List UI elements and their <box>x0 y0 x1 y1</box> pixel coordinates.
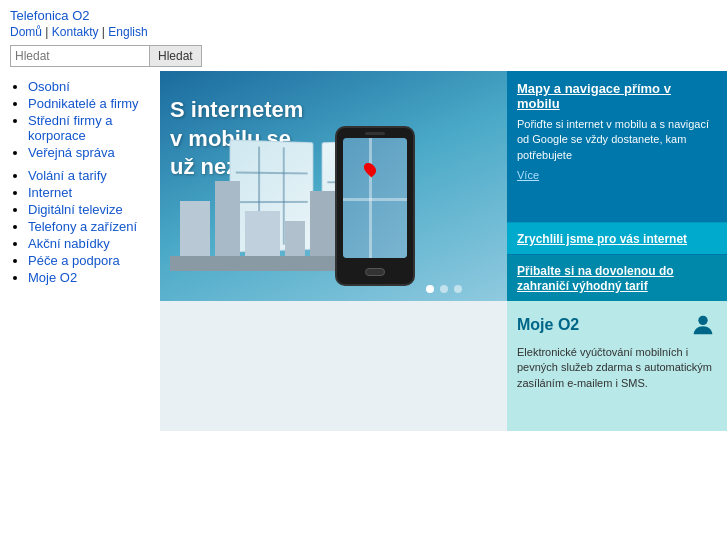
sidebar-item-podnikatele[interactable]: Podnikatelé a firmy <box>28 96 139 111</box>
list-item: Osobní <box>28 79 150 94</box>
panel-sub1-link[interactable]: Zrychlili jsme pro vás internet <box>517 232 687 246</box>
site-title-link[interactable]: Telefonica O2 <box>10 8 90 23</box>
sidebar-item-stredni[interactable]: Střední firmy a korporace <box>28 113 113 143</box>
sidebar-section-2: Volání a tarify Internet Digitální telev… <box>10 168 150 285</box>
nav-domu[interactable]: Domů <box>10 25 42 39</box>
list-item: Veřejná správa <box>28 145 150 160</box>
sidebar-item-osobni[interactable]: Osobní <box>28 79 70 94</box>
sidebar-item-telefony[interactable]: Telefony a zařízení <box>28 219 137 234</box>
moje-o2-title: Moje O2 <box>517 316 579 334</box>
header: Telefonica O2 Domů | Kontakty | English … <box>0 0 727 71</box>
list-item: Péče a podpora <box>28 253 150 268</box>
person-icon <box>689 311 717 339</box>
list-item: Podnikatelé a firmy <box>28 96 150 111</box>
list-item: Akční nabídky <box>28 236 150 251</box>
phone-button <box>365 268 385 276</box>
nav-links: Domů | Kontakty | English <box>10 25 717 39</box>
sidebar-item-internet[interactable]: Internet <box>28 185 72 200</box>
nav-english[interactable]: English <box>108 25 147 39</box>
sidebar-item-verejna[interactable]: Veřejná správa <box>28 145 115 160</box>
bottom-row: Moje O2 Elektronické vyúčtování mobilníc… <box>160 301 727 431</box>
list-item: Internet <box>28 185 150 200</box>
phone-illustration <box>330 126 420 296</box>
phone-speaker <box>365 132 385 135</box>
sidebar-item-pece[interactable]: Péče a podpora <box>28 253 120 268</box>
panel-main-text: Pořiďte si internet v mobilu a s navigac… <box>517 117 717 163</box>
sidebar-item-akcni[interactable]: Akční nabídky <box>28 236 110 251</box>
dot-1[interactable] <box>426 285 434 293</box>
phone-road-horizontal <box>343 198 407 201</box>
list-item: Digitální televize <box>28 202 150 217</box>
search-bar: Hledat <box>10 45 717 67</box>
right-panels: Mapy a navigace přímo v mobilu Pořiďte s… <box>507 71 727 301</box>
banner: S internetem v mobilu se už neztratíte <box>160 71 727 301</box>
panel-main-title: Mapy a navigace přímo v mobilu <box>517 81 717 111</box>
search-button[interactable]: Hledat <box>150 45 202 67</box>
list-item: Telefony a zařízení <box>28 219 150 234</box>
dot-2[interactable] <box>440 285 448 293</box>
list-item: Volání a tarify <box>28 168 150 183</box>
list-item: Střední firmy a korporace <box>28 113 150 143</box>
panel-more-link[interactable]: Více <box>517 169 717 181</box>
main-layout: Osobní Podnikatelé a firmy Střední firmy… <box>0 71 727 431</box>
sidebar-item-digitalni[interactable]: Digitální televize <box>28 202 123 217</box>
panel-main: Mapy a navigace přímo v mobilu Pořiďte s… <box>507 71 727 222</box>
panel-sub1: Zrychlili jsme pro vás internet <box>507 222 727 254</box>
site-title: Telefonica O2 <box>10 8 717 23</box>
panel-main-title-link[interactable]: Mapy a navigace přímo v mobilu <box>517 81 671 111</box>
map-pin <box>362 161 379 178</box>
bottom-left-area <box>160 301 507 431</box>
sidebar-item-volani[interactable]: Volání a tarify <box>28 168 107 183</box>
moje-o2-panel: Moje O2 Elektronické vyúčtování mobilníc… <box>507 301 727 431</box>
phone-body <box>335 126 415 286</box>
sidebar: Osobní Podnikatelé a firmy Střední firmy… <box>0 71 160 431</box>
panel-sub2-link[interactable]: Přibalte si na dovolenou do zahraničí vý… <box>517 264 674 293</box>
sidebar-section-1: Osobní Podnikatelé a firmy Střední firmy… <box>10 79 150 160</box>
sidebar-item-moje[interactable]: Moje O2 <box>28 270 77 285</box>
phone-screen-map <box>343 138 407 258</box>
svg-point-0 <box>698 316 707 325</box>
moje-o2-description: Elektronické vyúčtování mobilních i pevn… <box>517 345 717 391</box>
panel-sub2: Přibalte si na dovolenou do zahraničí vý… <box>507 254 727 301</box>
content-area: S internetem v mobilu se už neztratíte <box>160 71 727 431</box>
banner-dots <box>426 285 462 293</box>
nav-kontakty[interactable]: Kontakty <box>52 25 99 39</box>
list-item: Moje O2 <box>28 270 150 285</box>
moje-o2-header: Moje O2 <box>517 311 717 339</box>
search-input[interactable] <box>10 45 150 67</box>
phone-screen <box>343 138 407 258</box>
dot-3[interactable] <box>454 285 462 293</box>
